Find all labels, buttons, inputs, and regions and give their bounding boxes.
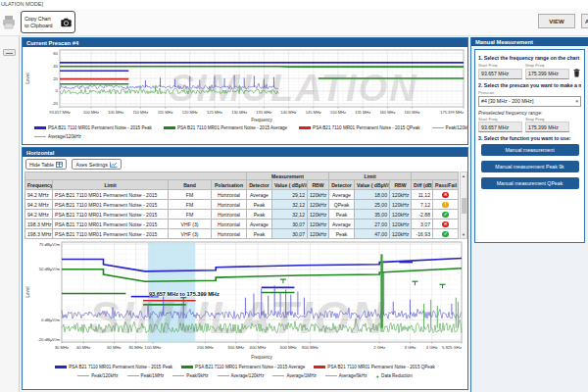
collapse-handle[interactable] bbox=[3, 49, 16, 56]
start-freq-value[interactable]: 93.657 MHz bbox=[478, 69, 522, 79]
legend-swatch bbox=[127, 375, 139, 376]
legend-swatch bbox=[34, 136, 46, 137]
svg-text:600 MHz: 600 MHz bbox=[280, 345, 297, 350]
stop-freq-field[interactable]: Stop Freq 175.399 MHz bbox=[525, 63, 569, 79]
view-button[interactable]: VIEW bbox=[538, 14, 575, 28]
overview-chart[interactable]: 30 MHz40 MHz60 MHz80 MHz100 MHz200 MHz30… bbox=[23, 240, 467, 360]
preselected-stop-freq-field[interactable]: Stop Freq 175.399 MHz bbox=[525, 117, 569, 133]
preselected-stop-freq-value[interactable]: 175.399 MHz bbox=[525, 122, 569, 132]
hide-table-button[interactable]: Hide Table bbox=[25, 159, 67, 170]
legend-item: Average/120kHz bbox=[34, 134, 81, 139]
prescan-chart[interactable]: 93.657 MHz100 MHz105 MHz110 MHz115 MHz12… bbox=[23, 47, 467, 122]
group-measurement: Measurement bbox=[247, 172, 329, 180]
scroll-down-icon[interactable]: ▼ bbox=[462, 232, 466, 237]
table-toolbar: Hide Table Axes Settings bbox=[23, 157, 467, 172]
legend-row: Average/120kHz bbox=[34, 132, 467, 141]
table-row[interactable]: 198.3 MHzPSA B21 7110 MR01 Permanent Noi… bbox=[25, 229, 459, 239]
preselected-start-freq-field[interactable]: Start Freq 93.657 MHz bbox=[478, 117, 522, 133]
stop-freq-value[interactable]: 175.399 MHz bbox=[525, 69, 569, 79]
svg-text:400 MHz: 400 MHz bbox=[250, 345, 267, 350]
start-freq-field[interactable]: Start Freq 93.657 MHz bbox=[478, 63, 522, 79]
svg-text:150 MHz: 150 MHz bbox=[330, 110, 346, 115]
pass-icon: ✓ bbox=[442, 231, 449, 238]
scrollbar-thumb[interactable] bbox=[462, 198, 466, 214]
svg-text:40: 40 bbox=[53, 64, 58, 69]
svg-text:30 MHz: 30 MHz bbox=[55, 345, 69, 350]
table-scrollbar[interactable]: ▲ ▼ bbox=[460, 172, 467, 239]
left-collapsed-panel bbox=[0, 36, 20, 392]
svg-text:4 GHz: 4 GHz bbox=[426, 345, 438, 350]
horizontal-panel: Horizontal Hide Table Axes Settings Meas… bbox=[22, 147, 468, 390]
prescan-dropdown[interactable]: #4 [30 MHz - 200 MHz] ▾ bbox=[478, 96, 581, 107]
legend-item: Peak/1MHz bbox=[127, 373, 165, 378]
svg-text:3 GHz: 3 GHz bbox=[405, 345, 416, 350]
legend-label: PSA B21 7110 MR01 Permanent Noise - 2015… bbox=[48, 125, 152, 130]
svg-text:5.925 GHz: 5.925 GHz bbox=[442, 345, 462, 350]
svg-text:105 MHz: 105 MHz bbox=[108, 110, 123, 115]
col-band: Band bbox=[169, 180, 212, 190]
step2-label: 2. Select the prescan you want to make a… bbox=[478, 82, 581, 88]
col-limit-detector: Detector bbox=[329, 180, 355, 190]
svg-text:125 MHz: 125 MHz bbox=[207, 110, 222, 115]
legend-item: PSA B21 7110 MR01 Permanent Noise - 2015… bbox=[181, 365, 305, 369]
col-frequency: Frequency bbox=[25, 180, 53, 190]
manual-measurement-peak-9k-button[interactable]: Manual measurement Peak 9k bbox=[481, 161, 579, 172]
svg-text:Frequency: Frequency bbox=[251, 355, 272, 360]
printer-icon bbox=[2, 15, 16, 29]
step1-label: 1. Select the frequency range on the cha… bbox=[478, 55, 581, 61]
copy-chart-button[interactable]: Copy Chartto Clipboard bbox=[21, 11, 75, 33]
toolbar: Copy Chartto Clipboard VIEW A bbox=[0, 9, 588, 36]
camera-icon bbox=[61, 18, 72, 27]
manual-measurement-qpeak-button[interactable]: Manual measurement QPeak bbox=[481, 177, 579, 189]
svg-text:80 MHz: 80 MHz bbox=[128, 345, 142, 350]
col-limit-value: Value ( dBµV/m ) bbox=[355, 180, 390, 190]
horizontal-header: Horizontal bbox=[23, 148, 467, 157]
trash-icon[interactable] bbox=[573, 69, 580, 77]
legend-label: PSA B21 7110 MR01 Permanent Noise - 2015… bbox=[313, 125, 419, 130]
axes-settings-button[interactable]: Axes Settings bbox=[72, 159, 122, 170]
legend-item: Peak/9kHz bbox=[172, 373, 208, 378]
svg-text:Frequency: Frequency bbox=[251, 118, 272, 122]
legend-label: Peak/1MHz bbox=[141, 373, 165, 378]
svg-text:93.657 MHz: 93.657 MHz bbox=[49, 110, 71, 115]
partial-button[interactable]: A bbox=[581, 14, 588, 28]
svg-text:110 MHz: 110 MHz bbox=[133, 110, 149, 115]
legend-item: PSA B21 7110 MR01 Permanent Noise - 2015… bbox=[299, 125, 419, 130]
table-row[interactable]: 94.2 MHzPSA B21 7110 MR01 Permanent Nois… bbox=[25, 210, 459, 220]
current-prescan-panel: Current Prescan #4 93.657 MHz100 MHz105 … bbox=[22, 37, 468, 145]
current-prescan-header: Current Prescan #4 bbox=[23, 38, 467, 47]
preselected-start-freq-value[interactable]: 93.657 MHz bbox=[478, 122, 522, 132]
prescan-label: Prescan bbox=[478, 90, 581, 95]
svg-text:160 MHz: 160 MHz bbox=[379, 110, 395, 115]
svg-text:130 MHz: 130 MHz bbox=[231, 110, 247, 115]
table-row[interactable]: 198.3 MHzPSA B21 7110 MR01 Permanent Noi… bbox=[25, 220, 459, 229]
legend-item: Average/9kHz bbox=[325, 373, 368, 378]
col-meas-value: Value ( dBµV/m ) bbox=[272, 180, 308, 190]
legend-swatch bbox=[181, 366, 193, 368]
svg-text:0: 0 bbox=[56, 88, 59, 93]
table-row[interactable]: 94.2 MHzPSA B21 7110 MR01 Permanent Nois… bbox=[25, 200, 459, 210]
pass-icon: ✓ bbox=[442, 212, 449, 219]
legend-label: Average/1MHz bbox=[286, 373, 316, 378]
warn-icon: ! bbox=[442, 202, 449, 209]
svg-text:50 dBµV/m: 50 dBµV/m bbox=[39, 267, 61, 271]
manual-measurement-button[interactable]: Manual measurement bbox=[481, 144, 579, 156]
copy-chart-label-2: to Clipboard bbox=[24, 23, 53, 28]
prescan-legend: PSA B21 7110 MR01 Permanent Noise - 2015… bbox=[23, 122, 467, 141]
svg-text:-20: -20 bbox=[52, 101, 59, 106]
legend-swatch bbox=[77, 375, 89, 376]
table-row[interactable]: 94.2 MHzPSA B21 7110 MR01 Permanent Nois… bbox=[25, 190, 459, 200]
col-limit-rbw: RBW bbox=[390, 180, 412, 190]
legend-item: Average/120kHz bbox=[218, 373, 265, 378]
preselected-start-freq-label: Start Freq bbox=[478, 117, 522, 122]
svg-text:93.657 MHz to 175.399 MHz: 93.657 MHz to 175.399 MHz bbox=[149, 291, 220, 297]
legend-item: Peak/120kHz bbox=[77, 373, 118, 378]
fail-icon: ✕ bbox=[442, 192, 449, 199]
table-icon bbox=[56, 162, 63, 168]
svg-text:2 GHz: 2 GHz bbox=[373, 345, 385, 350]
legend-swatch bbox=[218, 375, 229, 376]
window-title: ULATION MODE] bbox=[0, 0, 588, 9]
scroll-up-icon[interactable]: ▲ bbox=[462, 173, 466, 178]
svg-text:175.399 MHz: 175.399 MHz bbox=[440, 110, 464, 115]
overview-legend: PSA B21 7110 MR01 Permanent Noise - 2015… bbox=[23, 362, 467, 380]
